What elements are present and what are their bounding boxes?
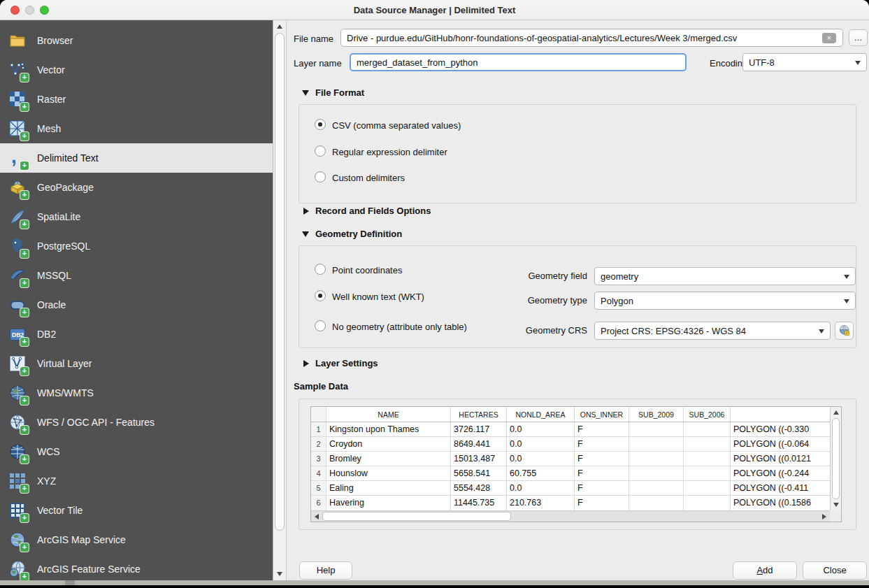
scroll-right-icon[interactable] xyxy=(822,514,826,519)
add-button[interactable]: Add xyxy=(733,561,797,580)
layer-settings-section-header[interactable]: Layer Settings xyxy=(303,358,378,368)
radio-wkt[interactable] xyxy=(315,290,326,301)
background-window-strip xyxy=(0,580,869,588)
help-button[interactable]: Help xyxy=(299,561,352,580)
scrollbar-thumb[interactable] xyxy=(832,418,840,499)
record-fields-section-header[interactable]: Record and Fields Options xyxy=(303,206,431,216)
close-window-icon[interactable] xyxy=(10,6,20,15)
scrollbar-thumb[interactable] xyxy=(322,512,511,521)
sidebar-item-raster[interactable]: + Raster xyxy=(0,85,273,114)
sidebar-item-virtual-layer[interactable]: + Virtual Layer xyxy=(0,349,273,378)
geometry-crs-select[interactable]: Project CRS: EPSG:4326 - WGS 84 xyxy=(594,322,831,340)
column-header[interactable]: ONS_INNER xyxy=(575,407,629,422)
sidebar-item-geopackage[interactable]: + GeoPackage xyxy=(0,173,273,202)
sidebar-item-wfs-ogc-api[interactable]: + WFS / OGC API - Features xyxy=(0,408,273,437)
cell-ons-inner: F xyxy=(575,422,629,436)
cell-name: Hounslow xyxy=(326,466,451,480)
zoom-window-icon[interactable] xyxy=(40,6,49,15)
sidebar-item-db2[interactable]: DB2 + DB2 xyxy=(0,320,273,349)
sidebar-item-arcgis-map-service[interactable]: + ArcGIS Map Service xyxy=(0,525,273,554)
table-row[interactable]: 6 Havering 11445.735 210.763 F POLYGON (… xyxy=(311,496,830,510)
scroll-down-icon[interactable] xyxy=(833,503,839,507)
sidebar-item-arcgis-feature-service[interactable]: + ArcGIS Feature Service xyxy=(0,554,273,580)
cell-hectares: 15013.487 xyxy=(451,452,507,466)
encoding-select[interactable]: UTF-8 xyxy=(742,53,867,71)
radio-regex-delimiter[interactable] xyxy=(315,145,326,157)
content-scrollbar[interactable] xyxy=(273,20,287,580)
cell-ons-inner: F xyxy=(575,437,629,451)
minimize-window-icon[interactable] xyxy=(25,6,34,15)
radio-point-coordinates[interactable] xyxy=(315,264,326,275)
row-number: 3 xyxy=(311,452,326,466)
sidebar-item-label: ArcGIS Feature Service xyxy=(37,564,141,575)
scroll-left-icon[interactable] xyxy=(315,514,319,519)
cell-name: Croydon xyxy=(326,437,451,451)
scrollbar-thumb[interactable] xyxy=(275,33,285,531)
file-format-section-header[interactable]: File Format xyxy=(302,87,364,98)
table-horizontal-scrollbar[interactable] xyxy=(311,510,830,522)
layer-name-label: Layer name xyxy=(294,58,342,69)
column-header[interactable]: SUB_2009 xyxy=(629,407,684,422)
clear-file-name-icon[interactable]: × xyxy=(822,33,836,43)
column-header[interactable]: NAME xyxy=(326,407,451,422)
sample-data-table: NAME HECTARES NONLD_AREA ONS_INNER SUB_2… xyxy=(310,406,842,522)
scroll-up-icon[interactable] xyxy=(833,410,839,415)
sidebar-item-mssql[interactable]: + MSSQL xyxy=(0,261,273,290)
add-badge-icon: + xyxy=(20,367,29,375)
layer-name-input[interactable] xyxy=(350,53,687,71)
cell-sub-2006 xyxy=(684,481,731,495)
column-header[interactable]: NONLD_AREA xyxy=(507,407,575,422)
add-badge-icon: + xyxy=(20,250,29,258)
select-crs-button[interactable] xyxy=(835,322,854,340)
sidebar-item-browser[interactable]: Browser xyxy=(0,26,273,55)
row-number: 6 xyxy=(311,496,326,510)
sidebar-item-vector[interactable]: + Vector xyxy=(0,55,273,85)
table-row[interactable]: 3 Bromley 15013.487 0.0 F POLYGON ((0.01… xyxy=(311,452,830,466)
geometry-definition-section-header[interactable]: Geometry Definition xyxy=(302,229,402,239)
table-row[interactable]: 2 Croydon 8649.441 0.0 F POLYGON ((-0.06… xyxy=(311,437,830,452)
cell-wkt: POLYGON ((-0.244 xyxy=(731,466,830,480)
radio-regex-delimiter-label: Regular expression delimiter xyxy=(332,147,447,157)
row-number: 4 xyxy=(311,466,326,480)
geometry-type-select[interactable]: Polygon xyxy=(594,292,856,310)
scroll-up-icon[interactable] xyxy=(277,24,282,29)
sidebar-item-label: WCS xyxy=(37,446,60,457)
sidebar-item-vector-tile[interactable]: + Vector Tile xyxy=(0,496,273,525)
browse-file-button[interactable]: … xyxy=(849,29,868,46)
geometry-field-select[interactable]: geometry xyxy=(594,267,856,285)
cell-ons-inner: F xyxy=(575,466,629,480)
table-row[interactable]: 1 Kingston upon Thames 3726.117 0.0 F PO… xyxy=(311,422,830,437)
section-title: Layer Settings xyxy=(315,358,378,368)
table-vertical-scrollbar[interactable] xyxy=(830,407,841,510)
sidebar-item-oracle[interactable]: + Oracle xyxy=(0,290,273,320)
sidebar-item-postgresql[interactable]: + PostgreSQL xyxy=(0,231,273,261)
sidebar-item-wms-wmts[interactable]: + WMS/WMTS xyxy=(0,378,273,408)
column-header[interactable]: SUB_2006 xyxy=(684,407,731,422)
column-header[interactable] xyxy=(731,407,830,422)
sidebar-item-label: ArcGIS Map Service xyxy=(37,534,126,545)
sidebar-item-spatialite[interactable]: + SpatiaLite xyxy=(0,202,273,231)
radio-no-geometry[interactable] xyxy=(315,320,326,331)
sidebar-item-delimited-text[interactable]: , + Delimited Text xyxy=(0,143,273,173)
sidebar-item-label: Delimited Text xyxy=(37,152,99,164)
section-triangle-icon xyxy=(302,231,309,237)
column-header[interactable] xyxy=(311,407,326,422)
cell-name: Bromley xyxy=(326,452,451,466)
sidebar-item-wcs[interactable]: + WCS xyxy=(0,437,273,466)
file-format-groupbox: CSV (comma separated values) Regular exp… xyxy=(299,104,856,203)
sidebar-item-label: WFS / OGC API - Features xyxy=(37,417,155,428)
radio-csv[interactable] xyxy=(315,119,326,130)
add-badge-icon: + xyxy=(20,132,29,141)
column-header[interactable]: HECTARES xyxy=(451,407,507,422)
table-row[interactable]: 4 Hounslow 5658.541 60.755 F POLYGON ((-… xyxy=(311,466,830,481)
table-row[interactable]: 5 Ealing 5554.428 0.0 F POLYGON ((-0.411 xyxy=(311,481,830,496)
radio-custom-delimiters[interactable] xyxy=(315,171,326,182)
file-name-input[interactable] xyxy=(340,29,843,47)
scroll-down-icon[interactable] xyxy=(277,572,282,576)
close-button[interactable]: Close xyxy=(803,561,867,580)
sidebar-item-mesh[interactable]: + Mesh xyxy=(0,114,273,143)
sidebar-item-xyz[interactable]: + XYZ xyxy=(0,466,273,496)
cell-ons-inner: F xyxy=(575,452,629,466)
postgresql-icon: + xyxy=(8,237,27,255)
cell-nonld-area: 60.755 xyxy=(507,466,575,480)
